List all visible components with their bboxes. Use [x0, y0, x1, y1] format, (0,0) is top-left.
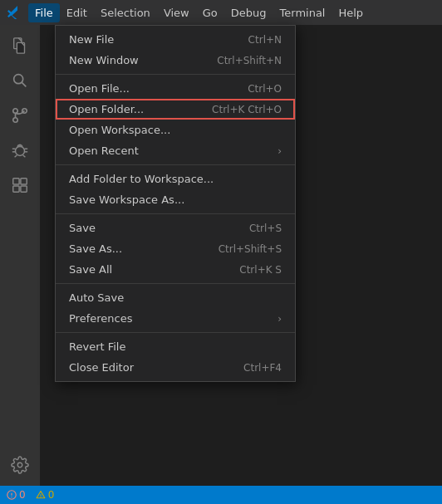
svg-rect-17 [13, 186, 19, 192]
revert-file-item[interactable]: Revert File [56, 336, 295, 357]
warning-status[interactable]: 0 [36, 489, 55, 501]
svg-line-3 [22, 82, 26, 86]
svg-point-24 [40, 497, 41, 497]
main-area: New File Ctrl+N New Window Ctrl+Shift+N … [40, 25, 442, 486]
files-icon[interactable] [6, 32, 34, 60]
divider-5 [56, 332, 295, 333]
new-file-item[interactable]: New File Ctrl+N [56, 29, 295, 50]
error-count: 0 [19, 489, 26, 501]
settings-icon[interactable] [6, 451, 34, 479]
save-as-item[interactable]: Save As... Ctrl+Shift+S [56, 238, 295, 259]
warning-count: 0 [48, 489, 55, 501]
new-window-item[interactable]: New Window Ctrl+Shift+N [56, 50, 295, 71]
svg-point-5 [13, 118, 18, 123]
menu-help[interactable]: Help [332, 3, 370, 22]
svg-rect-18 [21, 186, 27, 192]
svg-point-22 [11, 497, 12, 497]
source-control-icon[interactable] [6, 101, 34, 130]
extensions-icon[interactable] [6, 171, 34, 199]
svg-rect-15 [13, 179, 19, 184]
warning-icon [36, 490, 46, 500]
save-workspace-item[interactable]: Save Workspace As... [56, 189, 295, 210]
menu-bar: File Edit Selection View Go Debug Termin… [0, 0, 442, 25]
menu-file[interactable]: File [28, 3, 60, 22]
svg-line-14 [23, 155, 26, 157]
error-icon [7, 490, 17, 500]
preferences-item[interactable]: Preferences › [56, 308, 295, 329]
close-editor-item[interactable]: Close Editor Ctrl+F4 [56, 357, 295, 378]
menu-edit[interactable]: Edit [60, 3, 94, 22]
auto-save-item[interactable]: Auto Save [56, 287, 295, 308]
open-folder-item[interactable]: Open Folder... Ctrl+K Ctrl+O [56, 99, 295, 120]
save-item[interactable]: Save Ctrl+S [56, 218, 295, 238]
open-file-item[interactable]: Open File... Ctrl+O [56, 78, 295, 99]
vscode-icon [7, 5, 22, 20]
divider-1 [56, 74, 295, 75]
svg-point-19 [17, 462, 22, 467]
debug-icon[interactable] [6, 136, 34, 164]
menu-selection[interactable]: Selection [94, 3, 157, 22]
svg-point-7 [16, 146, 25, 155]
menu-view[interactable]: View [157, 3, 196, 22]
open-recent-item[interactable]: Open Recent › [56, 140, 295, 161]
divider-4 [56, 283, 295, 284]
menu-debug[interactable]: Debug [224, 3, 273, 22]
sidebar [0, 25, 40, 486]
svg-rect-16 [21, 179, 27, 184]
menu-go[interactable]: Go [196, 3, 224, 22]
open-workspace-item[interactable]: Open Workspace... [56, 120, 295, 140]
svg-line-13 [15, 155, 17, 157]
divider-2 [56, 164, 295, 165]
add-folder-item[interactable]: Add Folder to Workspace... [56, 169, 295, 189]
file-dropdown-menu: New File Ctrl+N New Window Ctrl+Shift+N … [55, 25, 296, 382]
menu-terminal[interactable]: Terminal [273, 3, 332, 22]
search-icon[interactable] [6, 66, 34, 95]
save-all-item[interactable]: Save All Ctrl+K S [56, 259, 295, 280]
error-status[interactable]: 0 [7, 489, 26, 501]
divider-3 [56, 213, 295, 214]
sidebar-bottom [6, 451, 34, 479]
svg-point-2 [14, 75, 23, 84]
status-bar: 0 0 [0, 486, 442, 504]
svg-point-4 [13, 109, 18, 114]
